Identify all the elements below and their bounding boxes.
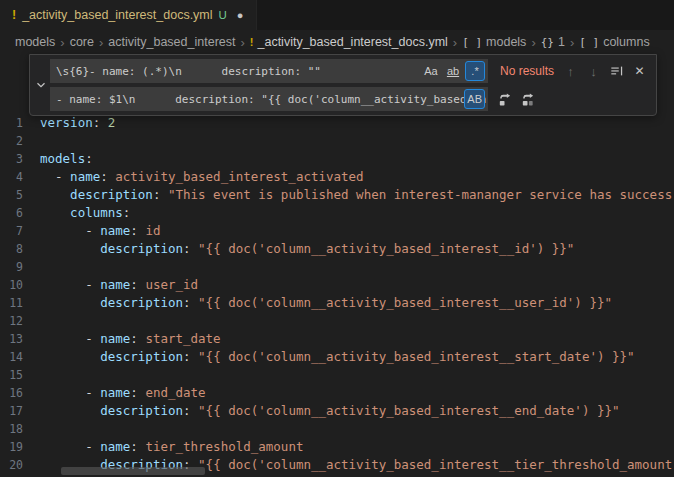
code-line[interactable]: 14 description: "{{ doc('column__activit… — [0, 348, 674, 366]
code-text: description: "This event is published wh… — [40, 186, 672, 204]
chevron-down-icon — [34, 78, 48, 92]
git-status-badge: U — [219, 9, 227, 21]
code-line[interactable]: 15 — [0, 366, 674, 384]
match-case-toggle[interactable]: Aa — [421, 61, 441, 81]
line-number: 13 — [0, 330, 40, 348]
previous-match-button[interactable]: ↑ — [560, 61, 581, 82]
code-text: description: "{{ doc('column__activity_b… — [40, 294, 612, 312]
line-number: 10 — [0, 276, 40, 294]
breadcrumb-separator: › — [570, 35, 574, 50]
editor[interactable]: 1version: 223models:4 - name: activity_b… — [0, 54, 674, 477]
line-number: 6 — [0, 204, 40, 222]
breadcrumb-label: activity_based_interest — [108, 35, 235, 49]
replace-all-button[interactable] — [517, 89, 538, 110]
find-options: Aaab.* — [421, 61, 485, 81]
code-line[interactable]: 18 — [0, 420, 674, 438]
horizontal-scrollbar[interactable] — [61, 467, 205, 475]
breadcrumb: models›core›activity_based_interest›!_ac… — [0, 30, 674, 54]
replace-icon — [497, 92, 512, 107]
breadcrumb-label: 1 — [558, 35, 565, 49]
whole-word-toggle[interactable]: ab — [443, 61, 463, 81]
replace-row: - name: $1\n description: "{{ doc('colum… — [50, 87, 650, 111]
code-line[interactable]: 2 — [0, 132, 674, 150]
find-nav-buttons: ↑ ↓ ✕ — [560, 61, 650, 82]
code-text: - name: activity_based_interest_activate… — [40, 168, 364, 186]
code-text: - name: start_date — [40, 330, 221, 348]
breadcrumb-label: columns — [603, 35, 650, 49]
editor-lines: 1version: 223models:4 - name: activity_b… — [0, 54, 674, 474]
line-number: 3 — [0, 150, 40, 168]
close-icon: ✕ — [634, 64, 644, 78]
tab-activity-based-interest-docs[interactable]: ! _activity_based_interest_docs.yml U ● — [0, 0, 257, 30]
breadcrumb-label: _activity_based_interest_docs.yml — [257, 35, 447, 49]
code-line[interactable]: 10 - name: user_id — [0, 276, 674, 294]
breadcrumb-item-activity-based-interest[interactable]: activity_based_interest — [108, 35, 235, 49]
code-text: description: "{{ doc('column__activity_b… — [40, 240, 574, 258]
breadcrumb-separator: › — [531, 35, 535, 50]
tab-title: _activity_based_interest_docs.yml — [22, 8, 212, 22]
breadcrumb-label: core — [70, 35, 94, 49]
line-number: 2 — [0, 132, 40, 150]
code-line[interactable]: 12 — [0, 312, 674, 330]
code-line[interactable]: 16 - name: end_date — [0, 384, 674, 402]
code-line[interactable]: 17 description: "{{ doc('column__activit… — [0, 402, 674, 420]
replace-button[interactable] — [494, 89, 515, 110]
breadcrumb-separator: › — [453, 35, 457, 50]
breadcrumb-item-1[interactable]: {}1 — [541, 35, 565, 49]
code-line[interactable]: 1version: 2 — [0, 114, 674, 132]
find-query-text: \s{6}- name: (.*)\n description: "" — [50, 65, 391, 78]
find-in-selection-icon — [610, 64, 624, 78]
warning-icon: ! — [250, 36, 254, 48]
code-line[interactable]: 5 description: "This event is published … — [0, 186, 674, 204]
code-line[interactable]: 11 description: "{{ doc('column__activit… — [0, 294, 674, 312]
close-find-widget-button[interactable]: ✕ — [629, 61, 650, 82]
arrow-up-icon: ↑ — [567, 64, 574, 79]
line-number: 9 — [0, 258, 40, 276]
tab-bar: ! _activity_based_interest_docs.yml U ● — [0, 0, 674, 30]
arrow-down-icon: ↓ — [590, 64, 597, 79]
code-text: - name: id — [40, 222, 160, 240]
line-number: 11 — [0, 294, 40, 312]
replace-value-text: - name: $1\n description: "{{ doc('colum… — [50, 93, 488, 106]
code-text: description: "{{ doc('column__activity_b… — [40, 402, 620, 420]
breadcrumb-item-models[interactable]: models — [15, 35, 55, 49]
line-number: 5 — [0, 186, 40, 204]
code-line[interactable]: 3models: — [0, 150, 674, 168]
code-line[interactable]: 19 - name: tier_threshold_amount — [0, 438, 674, 456]
line-number: 20 — [0, 456, 40, 474]
code-text: description: "{{ doc('column__activity_b… — [40, 348, 635, 366]
code-text: - name: end_date — [40, 384, 206, 402]
array-icon: [ ] — [579, 36, 599, 49]
replace-input[interactable]: - name: $1\n description: "{{ doc('colum… — [50, 87, 488, 111]
breadcrumb-label: models — [486, 35, 526, 49]
replace-all-icon — [520, 92, 535, 107]
modified-dot-icon[interactable]: ● — [237, 9, 244, 21]
line-number: 18 — [0, 420, 40, 438]
find-replace-widget: \s{6}- name: (.*)\n description: "" Aaab… — [29, 54, 657, 116]
line-number: 7 — [0, 222, 40, 240]
breadcrumb-item-core[interactable]: core — [70, 35, 94, 49]
code-line[interactable]: 9 — [0, 258, 674, 276]
find-row: \s{6}- name: (.*)\n description: "" Aaab… — [50, 59, 650, 83]
line-number: 12 — [0, 312, 40, 330]
next-match-button[interactable]: ↓ — [583, 61, 604, 82]
code-line[interactable]: 6 columns: — [0, 204, 674, 222]
regex-toggle[interactable]: .* — [465, 61, 485, 81]
line-number: 19 — [0, 438, 40, 456]
find-results-count: No results — [500, 64, 554, 78]
breadcrumb-item-columns[interactable]: [ ]columns — [579, 35, 649, 49]
code-line[interactable]: 13 - name: start_date — [0, 330, 674, 348]
breadcrumb-item--activity-based-interest-docs-yml[interactable]: !_activity_based_interest_docs.yml — [250, 35, 448, 49]
find-in-selection-button[interactable] — [606, 61, 627, 82]
breadcrumb-item-models[interactable]: [ ]models — [462, 35, 526, 49]
preserve-case-toggle[interactable]: AB — [464, 89, 485, 109]
code-text: models: — [40, 150, 93, 168]
breadcrumb-separator: › — [240, 35, 244, 50]
code-line[interactable]: 7 - name: id — [0, 222, 674, 240]
code-line[interactable]: 4 - name: activity_based_interest_activa… — [0, 168, 674, 186]
find-input[interactable]: \s{6}- name: (.*)\n description: "" Aaab… — [50, 59, 488, 83]
code-line[interactable]: 8 description: "{{ doc('column__activity… — [0, 240, 674, 258]
line-number: 4 — [0, 168, 40, 186]
code-text: columns: — [40, 204, 130, 222]
toggle-replace-chevron[interactable] — [32, 59, 50, 111]
